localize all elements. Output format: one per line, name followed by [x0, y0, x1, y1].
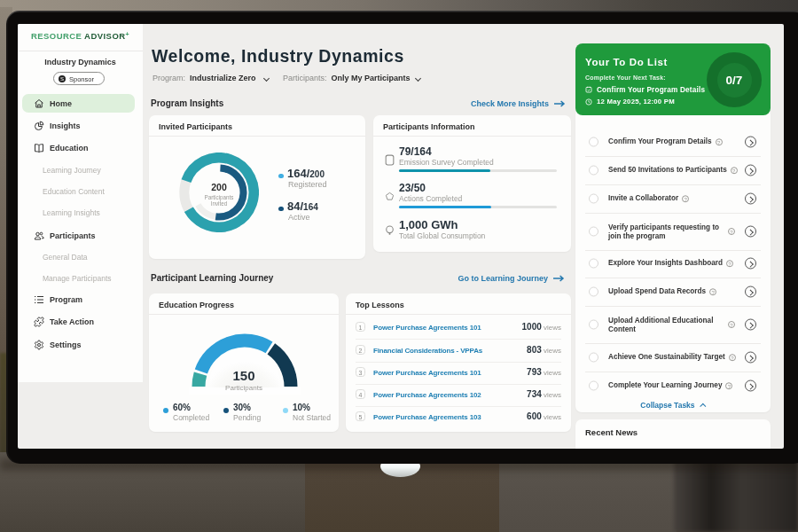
- svg-text:Invited: Invited: [211, 200, 228, 207]
- svg-text:0/7: 0/7: [726, 74, 743, 87]
- svg-text:200: 200: [211, 182, 227, 192]
